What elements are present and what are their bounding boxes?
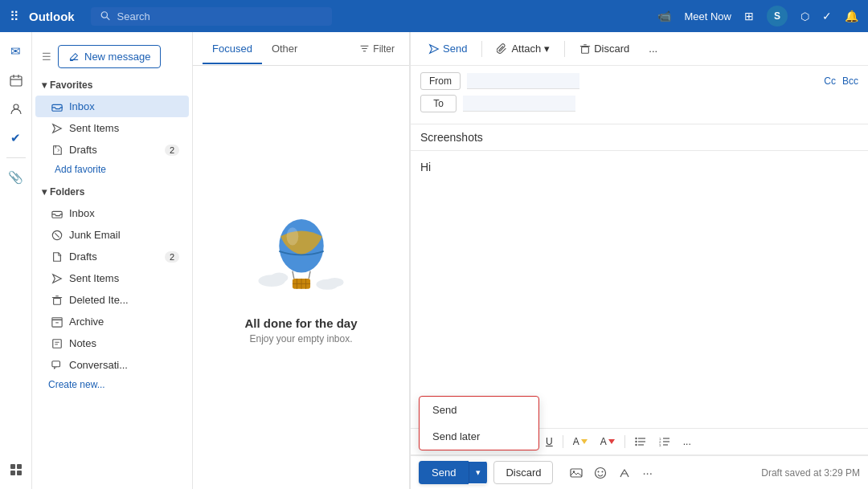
sidebar-item-sent-favorites[interactable]: Sent Items (35, 117, 189, 139)
apps-grid-icon[interactable]: ⊞ (744, 10, 754, 22)
highlight-chevron (581, 439, 588, 444)
toolbar-discard-button[interactable]: Discard (571, 39, 637, 59)
from-input[interactable] (467, 73, 579, 89)
svg-line-17 (55, 233, 59, 237)
cc-button[interactable]: Cc (824, 75, 836, 87)
draft-status: Draft saved at 3:29 PM (761, 467, 860, 479)
todo-icon[interactable]: ✓ (822, 10, 832, 22)
avatar[interactable]: S (767, 6, 788, 26)
sidebar-item-junk[interactable]: Junk Email (35, 224, 189, 246)
underline-button[interactable]: U (541, 434, 558, 450)
sidebar: ☰ New message ▾ Favorites Inbox Sent Ite… (32, 32, 193, 489)
font-color-button[interactable]: A (596, 434, 620, 450)
icon-btn-tasks[interactable]: ✔ (3, 125, 29, 151)
svg-rect-19 (54, 298, 61, 304)
junk-icon (51, 230, 63, 241)
sidebar-hamburger[interactable]: ☰ (39, 47, 55, 66)
format-more-button[interactable]: ... (678, 434, 696, 450)
svg-point-0 (101, 12, 107, 18)
subject-input[interactable] (420, 129, 858, 145)
icon-btn-mail[interactable]: ✉ (3, 39, 29, 64)
empty-inbox-title: All done for the day (244, 316, 357, 330)
image-icon-btn[interactable] (566, 463, 587, 483)
icon-btn-apps[interactable] (3, 457, 29, 483)
sidebar-item-inbox-folders[interactable]: Inbox (35, 202, 189, 224)
icon-bar: ✉ ✔ 📎 (0, 32, 32, 489)
send-toolbar-icon (428, 43, 440, 55)
app-name: Outlook (29, 10, 75, 23)
svg-rect-2 (10, 76, 22, 86)
new-message-button[interactable]: New message (58, 45, 161, 68)
svg-rect-9 (10, 471, 15, 475)
add-favorite-link[interactable]: Add favorite (32, 161, 192, 178)
svg-point-33 (270, 273, 288, 283)
dropdown-send-later-item[interactable]: Send later (420, 423, 538, 450)
svg-marker-13 (53, 124, 62, 132)
meet-now-label[interactable]: Meet Now (684, 10, 731, 22)
title-bar: ⠿ Outlook 📹 Meet Now ⊞ S ⬡ ✓ 🔔 (0, 0, 868, 32)
sidebar-item-drafts-favorites[interactable]: Drafts 2 (35, 139, 189, 161)
emoji-icon (594, 467, 607, 479)
search-input[interactable] (117, 10, 322, 22)
svg-point-55 (635, 444, 637, 446)
emoji-icon-btn[interactable] (590, 463, 611, 483)
bullets-button[interactable] (630, 434, 651, 449)
compose-action-bar: Send Send later Send ▾ Discard ··· (411, 455, 868, 489)
email-headers: From Cc Bcc To (411, 66, 868, 124)
numbered-list-icon: 1.2.3. (659, 437, 670, 446)
toolbar-send-button[interactable]: Send (420, 39, 475, 59)
svg-point-37 (286, 227, 298, 245)
tab-focused[interactable]: Focused (203, 35, 262, 64)
bcc-button[interactable]: Bcc (842, 75, 858, 87)
sidebar-item-archive[interactable]: Archive (35, 311, 189, 332)
action-bar-discard-button[interactable]: Discard (493, 461, 553, 484)
drafts-icon (51, 145, 63, 156)
to-input[interactable] (463, 96, 575, 112)
waffle-icon[interactable]: ⠿ (10, 9, 19, 24)
sidebar-favorites-header[interactable]: ▾ Favorites (32, 75, 192, 96)
toolbar-divider-1 (481, 41, 482, 57)
chevron-down-icon-folders: ▾ (42, 186, 47, 198)
sidebar-item-deleted[interactable]: Deleted Ite... (35, 289, 189, 311)
icon-btn-calendar[interactable] (3, 67, 29, 93)
deleted-icon (51, 295, 63, 306)
toolbar-divider-2 (564, 41, 565, 57)
sidebar-item-drafts-folders[interactable]: Drafts 2 (35, 246, 189, 267)
search-box[interactable] (91, 7, 332, 26)
sidebar-item-sent-folders[interactable]: Sent Items (35, 267, 189, 289)
ink-icon (618, 467, 631, 479)
office-icon[interactable]: ⬡ (800, 10, 809, 22)
compose-body[interactable]: Hi (411, 151, 868, 428)
sidebar-item-notes[interactable]: Notes (35, 332, 189, 354)
svg-line-38 (292, 271, 293, 279)
from-row: From Cc Bcc (420, 72, 858, 90)
subject-row (411, 124, 868, 151)
send-dropdown-button[interactable]: ▾ (469, 462, 487, 483)
toolbar-more-button[interactable]: ... (641, 39, 665, 59)
ink-icon-btn[interactable] (614, 463, 635, 483)
svg-text:3.: 3. (659, 443, 661, 446)
cc-bcc-buttons: Cc Bcc (824, 75, 858, 87)
svg-point-53 (635, 441, 637, 442)
fmt-separator-2 (563, 435, 563, 448)
meet-now-icon[interactable]: 📹 (657, 10, 671, 22)
tab-other[interactable]: Other (262, 35, 308, 64)
bottom-more-button[interactable]: ··· (638, 462, 657, 483)
filter-button[interactable]: Filter (354, 40, 399, 58)
sidebar-item-conversations[interactable]: Conversati... (35, 354, 189, 376)
create-new-link[interactable]: Create new... (32, 376, 192, 393)
image-icon (570, 467, 583, 479)
icon-btn-attach[interactable]: 📎 (3, 165, 29, 190)
dropdown-chevron: ▾ (476, 467, 481, 478)
bell-icon[interactable]: 🔔 (845, 10, 858, 22)
highlight-button[interactable]: A (568, 434, 592, 450)
icon-bar-bottom (3, 457, 29, 483)
sidebar-item-inbox-favorites[interactable]: Inbox (35, 96, 189, 117)
icon-btn-people[interactable] (3, 96, 29, 122)
numbered-list-button[interactable]: 1.2.3. (654, 434, 675, 449)
toolbar-attach-button[interactable]: Attach ▾ (489, 39, 558, 59)
dropdown-send-item[interactable]: Send (420, 397, 538, 423)
sidebar-folders-header[interactable]: ▾ Folders (32, 181, 192, 202)
svg-point-51 (635, 438, 637, 439)
send-main-button[interactable]: Send (419, 461, 469, 484)
